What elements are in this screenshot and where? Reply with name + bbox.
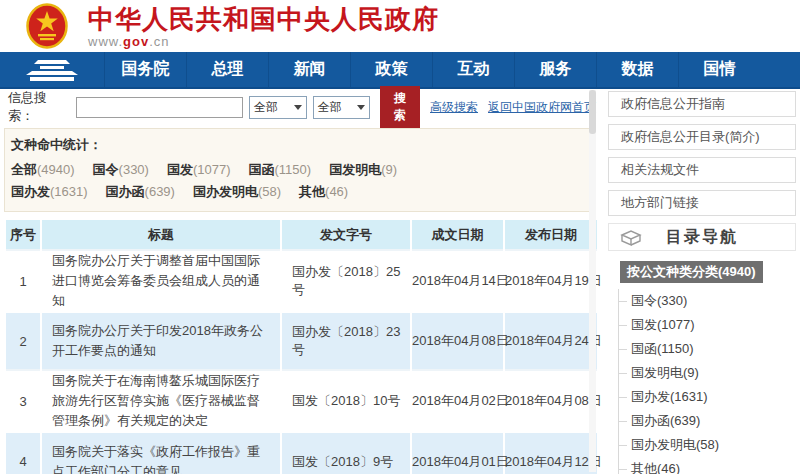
document-title-link[interactable]: 国务院关于在海南博鳌乐城国际医疗旅游先行区暂停实施《医疗器械监督管理条例》有关规… [41,370,281,432]
nav-item-hudong[interactable]: 互动 [432,52,514,87]
stat-link-guofa[interactable]: 国发(1077) [167,159,231,181]
row-doc-no: 国发〔2018〕10号 [281,370,411,432]
search-bar: 信息搜索： 全部 全部 搜索 高级搜索 返回中国政府网首页 [4,92,596,122]
stat-link-guobanfa[interactable]: 国办发(1631) [11,181,88,203]
category-select-value: 全部 [254,99,278,116]
document-title-link[interactable]: 国务院关于落实《政府工作报告》重点工作部门分工的意见 [41,432,281,474]
stat-link-guobanhan[interactable]: 国办函(639) [106,181,175,203]
stat-label: 国函 [249,162,275,177]
stat-label: 其他 [299,184,325,199]
table-row: 2 国务院办公厅关于印发2018年政务公开工作要点的通知 国办发〔2018〕23… [5,312,597,370]
nav-item-xinwen[interactable]: 新闻 [268,52,350,87]
stat-count: (9) [381,162,397,177]
sidebar-item-disclosure-guide[interactable]: 政府信息公开指南 [608,91,796,117]
stat-label: 国令 [93,162,119,177]
stat-label: 国办发明电 [193,184,258,199]
row-date-written: 2018年04月02日 [411,370,504,432]
tree-item-guohan[interactable]: 国函(1150) [619,337,796,361]
row-no: 1 [5,250,41,312]
document-table: 序号 标题 发文字号 成文日期 发布日期 1 国务院办公厅关于调整首届中国国际进… [4,220,597,474]
stat-label: 国办发 [11,184,50,199]
stat-label: 国发明电 [329,162,381,177]
url-www: www. [88,34,123,49]
stat-link-guobanfamingdian[interactable]: 国办发明电(58) [193,181,281,203]
row-date-published: 2018年04月08日 [504,370,597,432]
scrollbar-thumb[interactable] [589,90,596,134]
main-nav: 国务院 总理 新闻 政策 互动 服务 数据 国情 [0,52,800,89]
document-title-link[interactable]: 国务院办公厅关于印发2018年政务公开工作要点的通知 [41,312,281,370]
stat-label: 国发 [167,162,193,177]
document-title-link[interactable]: 国务院办公厅关于调整首届中国国际进口博览会筹备委员会组成人员的通知 [41,250,281,312]
stat-count: (639) [145,184,175,199]
back-home-link[interactable]: 返回中国政府网首页 [488,99,596,116]
nav-item-zongli[interactable]: 总理 [186,52,268,87]
stat-link-guoling[interactable]: 国令(330) [93,159,149,181]
sidebar-item-regulations[interactable]: 相关法规文件 [608,157,796,183]
doctype-select[interactable]: 全部 [313,96,371,119]
stat-count: (1077) [193,162,231,177]
catalog-icon [619,228,643,248]
advanced-search-link[interactable]: 高级搜索 [430,99,478,116]
row-doc-no: 国办发〔2018〕23号 [281,312,411,370]
tree-item-guobanfamingdian[interactable]: 国办发明电(58) [619,433,796,457]
doc-type-stats-box: 文种命中统计： 全部(4940) 国令(330) 国发(1077) 国函(115… [4,128,596,212]
header-no: 序号 [5,220,41,250]
nav-item-fuwu[interactable]: 服务 [514,52,596,87]
sidebar: 政府信息公开指南 政府信息公开目录(简介) 相关法规文件 地方部门链接 目录导航… [608,91,796,474]
row-date-published: 2018年04月12日 [504,432,597,474]
national-emblem-icon [26,3,68,49]
header-title: 标题 [41,220,281,250]
table-row: 4 国务院关于落实《政府工作报告》重点工作部门分工的意见 国发〔2018〕9号 … [5,432,597,474]
stat-label: 全部 [11,162,37,177]
stat-count: (58) [258,184,281,199]
row-date-written: 2018年04月08日 [411,312,504,370]
table-row: 1 国务院办公厅关于调整首届中国国际进口博览会筹备委员会组成人员的通知 国办发〔… [5,250,597,312]
nav-item-guowuyuan[interactable]: 国务院 [104,52,186,87]
brand: 中华人民共和国中央人民政府 www.gov.cn [88,4,439,49]
tree-item-qita[interactable]: 其他(46) [619,457,796,474]
header-date-written: 成文日期 [411,220,504,250]
search-input[interactable] [76,97,243,118]
stats-row-1: 全部(4940) 国令(330) 国发(1077) 国函(1150) 国发明电(… [11,159,589,181]
row-date-written: 2018年04月14日 [411,250,504,312]
catalog-nav-header: 目录导航 [608,223,796,251]
nav-item-shuju[interactable]: 数据 [596,52,678,87]
doc-type-tree: 国令(330) 国发(1077) 国函(1150) 国发明电(9) 国办发(16… [618,289,796,474]
stat-link-guohan[interactable]: 国函(1150) [249,159,312,181]
tree-item-by-doc-type-selected[interactable]: 按公文种类分类(4940) [620,261,763,283]
tree-item-guobanfa[interactable]: 国办发(1631) [619,385,796,409]
category-select[interactable]: 全部 [249,96,307,119]
header-doc-no: 发文字号 [281,220,411,250]
tree-item-guofa[interactable]: 国发(1077) [619,313,796,337]
table-row: 3 国务院关于在海南博鳌乐城国际医疗旅游先行区暂停实施《医疗器械监督管理条例》有… [5,370,597,432]
row-doc-no: 国办发〔2018〕25号 [281,250,411,312]
site-title: 中华人民共和国中央人民政府 [88,4,439,34]
tree-item-guobanhan[interactable]: 国办函(639) [619,409,796,433]
url-gov: gov [123,34,149,49]
header-date-published: 发布日期 [504,220,597,250]
doctype-select-value: 全部 [318,99,342,116]
row-doc-no: 国发〔2018〕9号 [281,432,411,474]
tree-item-guoling[interactable]: 国令(330) [619,289,796,313]
url-cn: .cn [149,34,169,49]
catalog-nav-title: 目录导航 [666,227,738,248]
main-column: 信息搜索： 全部 全部 搜索 高级搜索 返回中国政府网首页 文种命中统计： 全部 [4,89,596,474]
tree-item-guofamingdian[interactable]: 国发明电(9) [619,361,796,385]
nav-home-button[interactable] [0,52,104,87]
sidebar-item-disclosure-catalog[interactable]: 政府信息公开目录(简介) [608,124,796,150]
scrollbar-track[interactable] [589,90,596,472]
stat-link-qita[interactable]: 其他(46) [299,181,348,203]
chevron-down-icon [294,105,302,110]
stat-link-all[interactable]: 全部(4940) [11,159,75,181]
search-button[interactable]: 搜索 [380,86,420,128]
search-label: 信息搜索： [4,89,72,125]
stat-link-guofamingdian[interactable]: 国发明电(9) [329,159,397,181]
nav-item-guoqing[interactable]: 国情 [678,52,760,87]
nav-item-zhengce[interactable]: 政策 [350,52,432,87]
sidebar-item-local-links[interactable]: 地方部门链接 [608,190,796,216]
row-date-published: 2018年04月19日 [504,250,597,312]
stats-title: 文种命中统计： [11,136,589,154]
row-date-written: 2018年04月01日 [411,432,504,474]
site-url: www.gov.cn [88,34,439,49]
stat-count: (330) [119,162,149,177]
